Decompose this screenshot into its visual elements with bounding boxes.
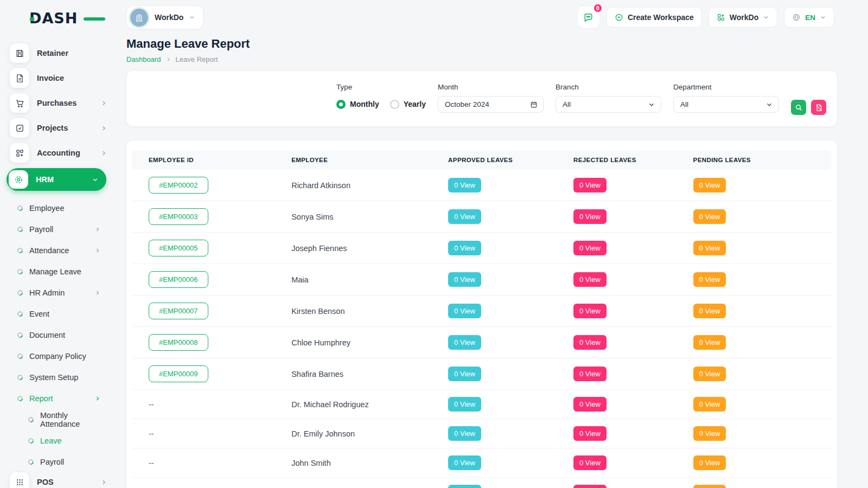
- app-logo[interactable]: DASH: [29, 10, 94, 28]
- approved-leaves-view-button[interactable]: 0 View: [448, 335, 481, 350]
- table-row: #EMP00009Shafira Barnes0 View0 View0 Vie…: [132, 358, 832, 390]
- sidebar-item-purchases[interactable]: Purchases: [10, 93, 107, 113]
- approved-leaves-view-button[interactable]: 0 View: [448, 455, 481, 470]
- sidebar-item-payroll[interactable]: Payroll: [17, 219, 101, 240]
- pending-leaves-view-button[interactable]: 0 View: [693, 304, 726, 318]
- approved-leaves-view-button[interactable]: 0 View: [448, 241, 481, 255]
- sidebar-item-employee[interactable]: Employee: [17, 197, 101, 219]
- employee-id-badge[interactable]: #EMP00003: [149, 208, 208, 225]
- retainer-icon: [10, 43, 29, 63]
- sidebar-item-event[interactable]: Event: [17, 303, 101, 324]
- rejected-leaves-view-button[interactable]: 0 View: [573, 272, 607, 287]
- rejected-leaves-view-button[interactable]: 0 View: [573, 485, 607, 488]
- approved-leaves-view-button[interactable]: 0 View: [448, 426, 481, 441]
- pending-leaves-view-button[interactable]: 0 View: [693, 241, 726, 255]
- rejected-leaves-view-button[interactable]: 0 View: [573, 178, 607, 192]
- sidebar-item-manage-leave[interactable]: Manage Leave: [17, 261, 101, 282]
- sidebar-item-attendance[interactable]: Attendance: [17, 240, 101, 261]
- create-workspace-button[interactable]: Create Workspace: [607, 7, 702, 28]
- sidebar-item-company-policy[interactable]: Company Policy: [17, 345, 101, 367]
- employee-name-cell: Kirsten Benson: [275, 296, 431, 327]
- pending-leaves-cell: 0 View: [676, 448, 832, 478]
- sidebar-item-report[interactable]: Report: [17, 388, 101, 409]
- sidebar-item-system-setup[interactable]: System Setup: [17, 367, 101, 388]
- radio-monthly[interactable]: Monthly: [336, 100, 379, 109]
- rejected-leaves-cell: 0 View: [557, 478, 676, 488]
- sidebar-item-retainer[interactable]: Retainer: [10, 43, 107, 63]
- sidebar-item-document[interactable]: Document: [17, 324, 101, 345]
- language-selector[interactable]: EN: [784, 7, 834, 28]
- bullet-icon: [16, 204, 24, 211]
- pending-leaves-view-button[interactable]: 0 View: [693, 367, 726, 381]
- sidebar-item-label: Document: [29, 331, 101, 339]
- pending-leaves-view-button[interactable]: 0 View: [693, 455, 726, 470]
- rejected-leaves-view-button[interactable]: 0 View: [573, 335, 607, 350]
- sidebar-item-payroll[interactable]: Payroll: [28, 451, 101, 472]
- approved-leaves-view-button[interactable]: 0 View: [448, 485, 481, 488]
- sidebar-item-label: System Setup: [29, 373, 101, 382]
- rejected-leaves-view-button[interactable]: 0 View: [573, 455, 607, 470]
- sidebar-item-accounting[interactable]: Accounting: [10, 143, 107, 163]
- employee-id-badge[interactable]: #EMP00008: [149, 334, 208, 351]
- employee-id-badge[interactable]: #EMP00009: [149, 365, 208, 382]
- sidebar-item-pos[interactable]: POS: [10, 472, 107, 488]
- table-row: --Dr. Emily Johnson0 View0 View0 View: [132, 419, 832, 448]
- pending-leaves-view-button[interactable]: 0 View: [693, 272, 726, 287]
- purchases-icon: [10, 93, 29, 113]
- chevron-right-icon: [94, 247, 101, 254]
- sidebar-item-invoice[interactable]: Invoice: [10, 68, 107, 88]
- bullet-icon: [16, 246, 24, 254]
- pending-leaves-view-button[interactable]: 0 View: [693, 485, 726, 488]
- approved-leaves-view-button[interactable]: 0 View: [448, 272, 481, 287]
- projects-icon: [10, 118, 29, 138]
- sidebar-item-leave[interactable]: Leave: [28, 430, 101, 451]
- pending-leaves-view-button[interactable]: 0 View: [693, 335, 726, 350]
- rejected-leaves-view-button[interactable]: 0 View: [573, 397, 607, 412]
- employee-id-badge[interactable]: #EMP00005: [149, 240, 208, 256]
- column-header-pending-leaves: PENDING LEAVES: [676, 150, 832, 170]
- employee-name-cell: John Smith: [275, 448, 431, 478]
- workspace-selector[interactable]: WorkDo: [126, 5, 203, 29]
- search-button[interactable]: [791, 100, 806, 115]
- sidebar-item-hr-admin[interactable]: HR Admin: [17, 282, 101, 303]
- radio-yearly[interactable]: Yearly: [390, 100, 426, 109]
- workspace-switcher-button[interactable]: WorkDo: [709, 7, 777, 28]
- sidebar-item-label: Projects: [37, 124, 100, 132]
- rejected-leaves-cell: 0 View: [557, 390, 676, 419]
- sidebar-nav: RetainerInvoicePurchasesProjectsAccounti…: [0, 39, 115, 488]
- pos-icon: [10, 472, 29, 488]
- department-select[interactable]: All: [673, 96, 779, 113]
- pending-leaves-view-button[interactable]: 0 View: [693, 397, 726, 412]
- reset-filter-button[interactable]: [811, 100, 826, 115]
- sidebar-item-hrm[interactable]: HRM: [7, 168, 106, 191]
- table-row: #EMP00005Joseph Fiennes0 View0 View0 Vie…: [132, 233, 832, 264]
- sidebar-item-monthly-attendance[interactable]: Monthly Attendance: [28, 409, 101, 430]
- month-input[interactable]: October 2024: [438, 96, 544, 113]
- breadcrumb-dashboard-link[interactable]: Dashboard: [126, 55, 161, 63]
- messages-button[interactable]: 0: [577, 6, 600, 29]
- pending-leaves-view-button[interactable]: 0 View: [693, 178, 726, 192]
- column-header-employee: EMPLOYEE: [275, 150, 431, 170]
- approved-leaves-view-button[interactable]: 0 View: [448, 304, 481, 318]
- rejected-leaves-view-button[interactable]: 0 View: [573, 304, 607, 318]
- department-filter-label: Department: [673, 83, 779, 91]
- employee-id-badge[interactable]: #EMP00006: [149, 271, 208, 288]
- employee-id-badge[interactable]: #EMP00007: [149, 303, 208, 319]
- table-row: #EMP00008Chloe Humphrey0 View0 View0 Vie…: [132, 327, 832, 358]
- approved-leaves-view-button[interactable]: 0 View: [448, 178, 481, 192]
- approved-leaves-view-button[interactable]: 0 View: [448, 209, 481, 224]
- rejected-leaves-view-button[interactable]: 0 View: [573, 209, 607, 224]
- approved-leaves-view-button[interactable]: 0 View: [448, 397, 481, 412]
- rejected-leaves-view-button[interactable]: 0 View: [573, 426, 607, 441]
- branch-select[interactable]: All: [556, 96, 661, 113]
- sidebar-item-projects[interactable]: Projects: [10, 118, 107, 138]
- approved-leaves-view-button[interactable]: 0 View: [448, 367, 481, 381]
- rejected-leaves-view-button[interactable]: 0 View: [573, 241, 607, 255]
- search-icon: [795, 104, 803, 112]
- rejected-leaves-view-button[interactable]: 0 View: [573, 367, 607, 381]
- rejected-leaves-cell: 0 View: [557, 170, 676, 201]
- approved-leaves-cell: 0 View: [431, 478, 557, 488]
- pending-leaves-view-button[interactable]: 0 View: [693, 209, 726, 224]
- pending-leaves-view-button[interactable]: 0 View: [693, 426, 726, 441]
- employee-id-badge[interactable]: #EMP00002: [149, 177, 208, 194]
